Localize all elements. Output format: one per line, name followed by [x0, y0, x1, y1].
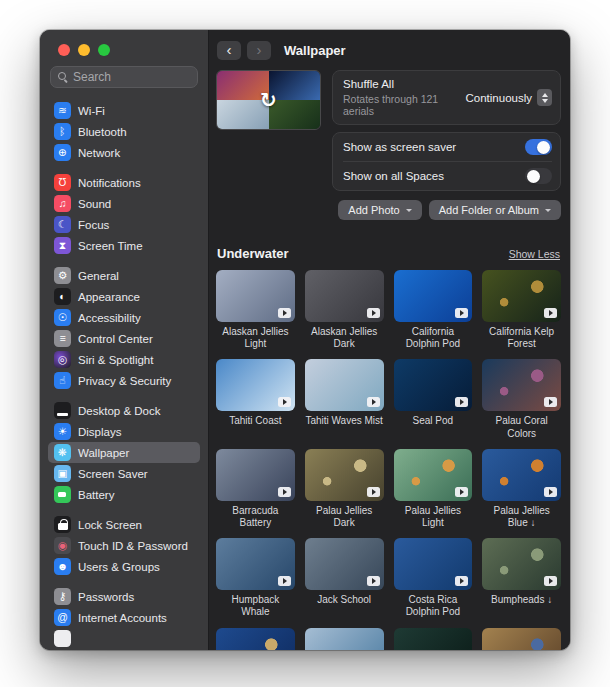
- sidebar-item-privacy-security[interactable]: ☝Privacy & Security: [48, 370, 200, 391]
- sidebar-item-displays[interactable]: ☀Displays: [48, 421, 200, 442]
- wallpaper-tile-california-kelp-forest[interactable]: California Kelp Forest: [482, 270, 561, 350]
- sidebar-item-partial[interactable]: [48, 628, 200, 649]
- sidebar-item-label: Users & Groups: [78, 561, 160, 573]
- wallpaper-name: Tahiti Coast: [216, 415, 295, 427]
- video-badge-icon: [367, 576, 380, 586]
- wallpaper-tile-alaskan-jellies-dark[interactable]: Alaskan Jellies Dark: [305, 270, 384, 350]
- video-badge-icon: [544, 576, 557, 586]
- wallpaper-tile-cownose-rays[interactable]: Cownose Rays ↓: [216, 628, 295, 651]
- show-on-all-spaces-toggle[interactable]: [525, 168, 552, 184]
- sidebar-item-label: Wallpaper: [78, 447, 129, 459]
- back-button[interactable]: ‹: [217, 41, 241, 60]
- video-badge-icon: [455, 308, 468, 318]
- sidebar-item-focus[interactable]: ☾Focus: [48, 214, 200, 235]
- wallpaper-tile-alaskan-jellies-light[interactable]: Alaskan Jellies Light: [216, 270, 295, 350]
- sidebar-item-touch-id-password[interactable]: ◉Touch ID & Password: [48, 535, 200, 556]
- add-folder-or-album-button[interactable]: Add Folder or Album: [429, 200, 561, 220]
- privacy-security-icon: ☝: [54, 372, 71, 389]
- sidebar-item-label: Battery: [78, 489, 114, 501]
- video-badge-icon: [278, 308, 291, 318]
- wallpaper-name: Tahiti Waves Mist: [305, 415, 384, 427]
- sidebar-item-label: Internet Accounts: [78, 612, 167, 624]
- wallpaper-tile-barracuda-battery[interactable]: Barracuda Battery: [216, 449, 295, 529]
- chevron-down-icon: [406, 209, 412, 212]
- wifi-icon: ≋: [54, 102, 71, 119]
- sidebar-item-internet-accounts[interactable]: @Internet Accounts: [48, 607, 200, 628]
- minimize-window-button[interactable]: [78, 44, 90, 56]
- video-badge-icon: [455, 576, 468, 586]
- sidebar-item-accessibility[interactable]: ☉Accessibility: [48, 307, 200, 328]
- add-photo-button[interactable]: Add Photo: [338, 200, 421, 220]
- sidebar-item-general[interactable]: ⚙General: [48, 265, 200, 286]
- sidebar-item-users-groups[interactable]: ☻Users & Groups: [48, 556, 200, 577]
- video-badge-icon: [367, 397, 380, 407]
- wallpaper-tile-california-dolphin-pod[interactable]: California Dolphin Pod: [394, 270, 473, 350]
- sidebar-item-bluetooth[interactable]: ᛒBluetooth: [48, 121, 200, 142]
- navigation-bar: ‹ › Wallpaper: [209, 30, 570, 68]
- sidebar-item-siri-spotlight[interactable]: ◎Siri & Spotlight: [48, 349, 200, 370]
- sidebar-item-label: Screen Saver: [78, 468, 148, 480]
- wallpaper-thumbnail: [394, 449, 473, 501]
- wallpaper-tile-tahiti-coast[interactable]: Tahiti Coast: [216, 359, 295, 439]
- sidebar-item-screen-saver[interactable]: ▣Screen Saver: [48, 463, 200, 484]
- sidebar-item-network[interactable]: ⊕Network: [48, 142, 200, 163]
- sidebar-item-label: Desktop & Dock: [78, 405, 160, 417]
- wallpaper-thumbnail: [216, 270, 295, 322]
- wallpaper-tile-gray-reef-sharks[interactable]: Gray Reef Sharks ↓: [305, 628, 384, 651]
- wallpaper-thumbnail: [394, 270, 473, 322]
- sidebar-item-wallpaper[interactable]: ❋Wallpaper: [48, 442, 200, 463]
- wallpaper-thumbnail: [216, 628, 295, 651]
- sidebar-item-label: Appearance: [78, 291, 140, 303]
- sidebar-item-desktop-dock[interactable]: Desktop & Dock: [48, 400, 200, 421]
- touch-id-icon: ◉: [54, 537, 71, 554]
- internet-accounts-icon: @: [54, 609, 71, 626]
- siri-icon: ◎: [54, 351, 71, 368]
- wallpaper-tile-red-sea-coral-from-above[interactable]: Red Sea Coral from Above ↓: [482, 628, 561, 651]
- zoom-window-button[interactable]: [98, 44, 110, 56]
- sidebar-item-label: Network: [78, 147, 120, 159]
- wallpaper-tile-palau-jellies-blue[interactable]: Palau Jellies Blue ↓: [482, 449, 561, 529]
- wallpaper-tile-tahiti-waves-mist[interactable]: Tahiti Waves Mist: [305, 359, 384, 439]
- wallpaper-tile-palau-jellies-dark[interactable]: Palau Jellies Dark: [305, 449, 384, 529]
- wallpaper-tile-palau-coral-colors[interactable]: Palau Coral Colors: [482, 359, 561, 439]
- close-window-button[interactable]: [58, 44, 70, 56]
- wallpaper-tile-humpback-whale[interactable]: Humpback Whale: [216, 538, 295, 618]
- general-icon: ⚙: [54, 267, 71, 284]
- sidebar-item-lock-screen[interactable]: Lock Screen: [48, 514, 200, 535]
- sidebar-item-label: Control Center: [78, 333, 153, 345]
- wallpaper-tile-jack-school[interactable]: Jack School: [305, 538, 384, 618]
- wallpaper-thumbnail: [394, 628, 473, 651]
- video-badge-icon: [544, 487, 557, 497]
- wallpaper-pane: ‹ › Wallpaper ↻ Shuffle All Rotates thro…: [209, 30, 570, 650]
- wallpaper-name: Jack School: [305, 594, 384, 606]
- wallpaper-tile-seal-pod[interactable]: Seal Pod: [394, 359, 473, 439]
- sidebar-item-appearance[interactable]: ◐Appearance: [48, 286, 200, 307]
- wallpaper-preview[interactable]: ↻: [216, 70, 321, 130]
- shuffle-interval-value: Continuously: [466, 92, 532, 104]
- wallpaper-tile-kelp-dark[interactable]: Kelp Dark ↓: [394, 628, 473, 651]
- sidebar: Search ≋Wi-FiᛒBluetooth⊕NetworkƱNotifica…: [40, 30, 209, 650]
- wallpaper-tile-costa-rica-dolphin-pod[interactable]: Costa Rica Dolphin Pod: [394, 538, 473, 618]
- wallpaper-tile-palau-jellies-light[interactable]: Palau Jellies Light: [394, 449, 473, 529]
- sidebar-item-battery[interactable]: Battery: [48, 484, 200, 505]
- show-less-link[interactable]: Show Less: [509, 248, 560, 260]
- sidebar-item-passwords[interactable]: ⚷Passwords: [48, 586, 200, 607]
- search-input[interactable]: Search: [50, 66, 198, 88]
- wallpaper-thumbnail: [305, 359, 384, 411]
- shuffle-interval-dropdown[interactable]: Continuously: [466, 89, 552, 106]
- sidebar-item-sound[interactable]: ♫Sound: [48, 193, 200, 214]
- appearance-icon: ◐: [54, 288, 71, 305]
- screen-saver-icon: ▣: [54, 465, 71, 482]
- show-as-screen-saver-toggle[interactable]: [525, 139, 552, 155]
- search-icon: [58, 72, 68, 82]
- video-badge-icon: [278, 487, 291, 497]
- focus-icon: ☾: [54, 216, 71, 233]
- screen-saver-options-card: Show as screen saver Show on all Spaces: [332, 132, 561, 191]
- sidebar-item-wi-fi[interactable]: ≋Wi-Fi: [48, 100, 200, 121]
- sidebar-item-screen-time[interactable]: ⧗Screen Time: [48, 235, 200, 256]
- forward-button[interactable]: ›: [247, 41, 271, 60]
- sidebar-item-notifications[interactable]: ƱNotifications: [48, 172, 200, 193]
- video-badge-icon: [367, 487, 380, 497]
- sidebar-item-control-center[interactable]: ≡Control Center: [48, 328, 200, 349]
- wallpaper-tile-bumpheads[interactable]: Bumpheads ↓: [482, 538, 561, 618]
